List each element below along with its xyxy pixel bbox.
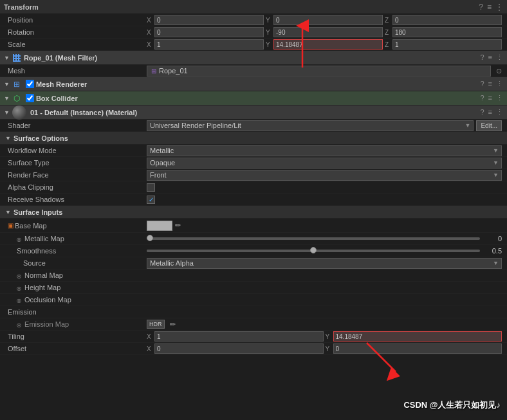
mesh-filter-icon	[12, 53, 21, 62]
material-layout-icon[interactable]: ≡	[488, 108, 492, 116]
box-collider-layout-icon[interactable]: ≡	[488, 94, 492, 102]
smoothness-thumb[interactable]	[310, 247, 317, 253]
smoothness-fill	[147, 250, 313, 252]
mesh-renderer-header[interactable]: ▼ ⊞ Mesh Renderer ? ≡ ⋮	[0, 77, 507, 91]
rotation-x-label: X	[147, 29, 153, 36]
material-help-icon[interactable]: ?	[480, 108, 484, 116]
mesh-filter-layout-icon[interactable]: ≡	[488, 53, 492, 62]
mesh-value: ⊞ Rope_01 ⊙	[147, 66, 502, 77]
normal-map-label: ◎ Normal Map	[5, 271, 147, 279]
smoothness-slider: 0.5	[147, 247, 502, 255]
alpha-clipping-value	[147, 183, 502, 192]
box-collider-help-icon[interactable]: ?	[480, 94, 484, 102]
mesh-link-icon[interactable]: ⊙	[496, 67, 502, 75]
position-z-label: Z	[385, 17, 391, 24]
emission-map-label: ◎ Emission Map	[5, 320, 147, 328]
box-collider-checkbox[interactable]	[26, 94, 34, 102]
position-z-item: Z	[385, 15, 502, 25]
shader-edit-button[interactable]: Edit...	[476, 120, 502, 131]
mesh-filter-more-icon[interactable]: ⋮	[496, 53, 503, 62]
material-header[interactable]: ▼ 01 - Default (Instance) (Material) ? ≡…	[0, 105, 507, 120]
mesh-field-value: Rope_01	[159, 67, 188, 75]
box-collider-more-icon[interactable]: ⋮	[496, 94, 503, 102]
metallic-map-thumb[interactable]	[147, 235, 153, 241]
rotation-z-input[interactable]	[392, 27, 502, 37]
shader-dropdown[interactable]: Universal Render Pipeline/Lit ▼	[147, 120, 474, 131]
offset-xy: X Y	[147, 343, 502, 354]
scale-y-item: Y	[266, 39, 383, 50]
scale-z-input[interactable]	[392, 39, 502, 50]
render-face-dropdown[interactable]: Front ▼	[147, 170, 502, 181]
base-map-swatch[interactable]	[147, 221, 172, 231]
box-collider-right-icons: ? ≡ ⋮	[480, 94, 503, 102]
base-map-texture-icon: ▣	[8, 222, 14, 229]
shader-value: Universal Render Pipeline/Lit ▼ Edit...	[147, 120, 502, 131]
offset-value: X Y	[147, 343, 502, 354]
surface-type-text: Opaque	[150, 159, 175, 167]
emission-circle-icon: ◎	[17, 322, 21, 328]
shader-label: Shader	[5, 122, 147, 129]
position-y-label: Y	[266, 17, 272, 24]
offset-label: Offset	[5, 345, 147, 352]
topbar: Transform ? ≡ ⋮	[0, 0, 507, 14]
metallic-map-label: ◎ Metallic Map	[5, 235, 147, 242]
scale-z-item: Z	[385, 39, 502, 50]
occlusion-map-row: ◎ Occlusion Map	[0, 294, 507, 306]
rotation-y-input[interactable]	[273, 27, 383, 37]
tiling-label: Tiling	[5, 333, 147, 340]
rotation-y-item: Y	[266, 27, 383, 37]
mesh-filter-help-icon[interactable]: ?	[480, 53, 484, 62]
alpha-clipping-checkbox[interactable]	[147, 183, 155, 192]
height-circle-icon: ◎	[17, 286, 21, 291]
help-icon[interactable]: ?	[479, 3, 483, 12]
mesh-label: Mesh	[5, 67, 147, 75]
workflow-mode-dropdown[interactable]: Metallic ▼	[147, 145, 502, 156]
smoothness-label: Smoothness	[5, 247, 147, 255]
surface-type-dropdown[interactable]: Opaque ▼	[147, 158, 502, 169]
tiling-row: Tiling X Y	[0, 331, 507, 343]
box-collider-header[interactable]: ▼ ⬡ Box Collider ? ≡ ⋮	[0, 91, 507, 105]
occlusion-map-label: ◎ Occlusion Map	[5, 296, 147, 304]
scale-y-input[interactable]	[273, 39, 383, 50]
receive-shadows-checkbox[interactable]: ✓	[147, 196, 155, 204]
shader-dropdown-arrow: ▼	[465, 122, 471, 129]
rotation-row: Rotation X Y Z	[0, 26, 507, 39]
mesh-field[interactable]: ⊞ Rope_01	[147, 66, 491, 77]
rotation-xyz: X Y Z	[147, 27, 502, 37]
tiling-x-input[interactable]	[154, 331, 324, 342]
mesh-renderer-layout-icon[interactable]: ≡	[488, 80, 492, 88]
material-more-icon[interactable]: ⋮	[496, 108, 503, 116]
tiling-y-item: Y	[326, 331, 502, 342]
surface-type-label: Surface Type	[5, 159, 147, 167]
scale-x-input[interactable]	[154, 39, 264, 50]
metallic-map-slider: 0	[147, 235, 502, 242]
metallic-map-track	[147, 237, 480, 240]
scale-value: X Y Z	[147, 39, 502, 50]
position-x-input[interactable]	[154, 15, 264, 25]
position-value: X Y Z	[147, 15, 502, 25]
mesh-renderer-help-icon[interactable]: ?	[480, 80, 484, 88]
emission-pencil-icon[interactable]: ✏	[170, 320, 176, 329]
surface-inputs-header[interactable]: ▼ Surface Inputs	[0, 206, 507, 219]
render-face-text: Front	[150, 171, 167, 179]
scale-label: Scale	[5, 41, 147, 48]
mesh-filter-header[interactable]: ▼ Rope_01 (Mesh Filter) ? ≡ ⋮	[0, 51, 507, 65]
source-dropdown[interactable]: Metallic Alpha ▼	[147, 258, 502, 269]
more-icon[interactable]: ⋮	[495, 3, 503, 12]
position-x-label: X	[147, 17, 153, 24]
offset-x-input[interactable]	[154, 343, 324, 354]
surface-type-row: Surface Type Opaque ▼	[0, 157, 507, 169]
mesh-row: Mesh ⊞ Rope_01 ⊙	[0, 65, 507, 77]
offset-y-input[interactable]	[333, 343, 502, 354]
position-z-input[interactable]	[392, 15, 502, 25]
tiling-y-input[interactable]	[333, 331, 502, 342]
base-map-pencil-icon[interactable]: ✏	[175, 221, 181, 230]
box-collider-title: Box Collider	[36, 95, 78, 102]
surface-options-header[interactable]: ▼ Surface Options	[0, 132, 507, 145]
smoothness-value: 0.5	[147, 247, 502, 255]
rotation-x-input[interactable]	[154, 27, 264, 37]
mesh-renderer-more-icon[interactable]: ⋮	[496, 80, 503, 88]
mesh-renderer-checkbox[interactable]	[26, 80, 34, 88]
layout-icon[interactable]: ≡	[487, 3, 492, 12]
position-y-input[interactable]	[273, 15, 383, 25]
